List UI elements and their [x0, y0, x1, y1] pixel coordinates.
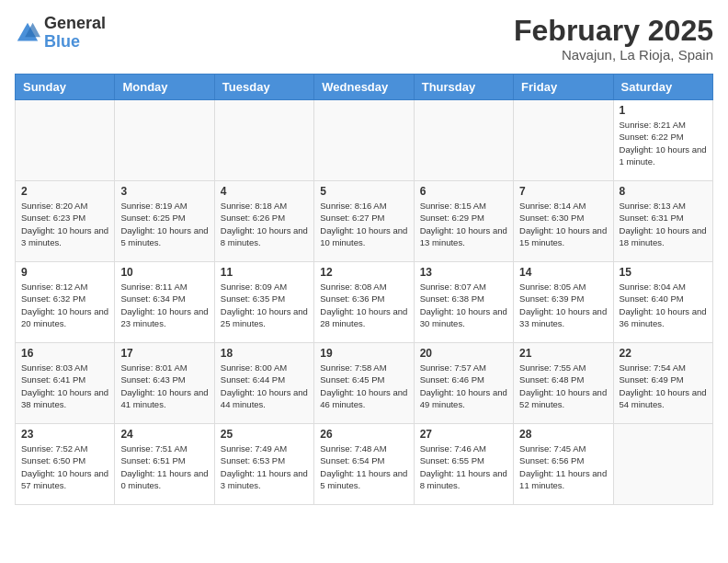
- day-number: 28: [519, 428, 607, 441]
- day-number: 12: [320, 266, 407, 279]
- day-info: Sunrise: 7:58 AMSunset: 6:45 PMDaylight:…: [320, 362, 407, 410]
- calendar-cell: 24Sunrise: 7:51 AMSunset: 6:51 PMDayligh…: [115, 424, 214, 505]
- calendar-cell: 2Sunrise: 8:20 AMSunset: 6:23 PMDaylight…: [16, 181, 115, 262]
- day-number: 8: [620, 185, 707, 198]
- calendar-cell: 20Sunrise: 7:57 AMSunset: 6:46 PMDayligh…: [414, 343, 513, 424]
- day-info: Sunrise: 7:54 AMSunset: 6:49 PMDaylight:…: [620, 362, 707, 410]
- calendar-cell: 9Sunrise: 8:12 AMSunset: 6:32 PMDaylight…: [16, 262, 115, 343]
- day-info: Sunrise: 7:51 AMSunset: 6:51 PMDaylight:…: [120, 442, 208, 491]
- calendar-week-3: 9Sunrise: 8:12 AMSunset: 6:32 PMDaylight…: [16, 262, 713, 343]
- calendar-table: SundayMondayTuesdayWednesdayThursdayFrid…: [15, 74, 713, 505]
- day-number: 20: [420, 347, 507, 360]
- day-number: 21: [519, 347, 607, 360]
- day-number: 25: [221, 428, 308, 441]
- day-info: Sunrise: 8:18 AMSunset: 6:26 PMDaylight:…: [221, 200, 308, 248]
- day-number: 18: [221, 347, 308, 360]
- day-number: 7: [519, 185, 607, 198]
- day-number: 11: [221, 266, 308, 279]
- location: Navajun, La Rioja, Spain: [514, 47, 713, 63]
- day-header-monday: Monday: [115, 75, 214, 100]
- day-number: 22: [620, 347, 707, 360]
- day-info: Sunrise: 7:49 AMSunset: 6:53 PMDaylight:…: [221, 442, 308, 491]
- logo-general: General: [44, 14, 106, 32]
- day-info: Sunrise: 8:13 AMSunset: 6:31 PMDaylight:…: [620, 200, 707, 248]
- day-number: 15: [620, 266, 707, 279]
- day-info: Sunrise: 8:12 AMSunset: 6:32 PMDaylight:…: [21, 281, 108, 329]
- day-header-wednesday: Wednesday: [314, 75, 414, 100]
- logo: General Blue: [15, 15, 106, 52]
- day-info: Sunrise: 8:20 AMSunset: 6:23 PMDaylight:…: [21, 200, 108, 248]
- day-info: Sunrise: 8:19 AMSunset: 6:25 PMDaylight:…: [120, 200, 208, 248]
- day-number: 6: [420, 185, 507, 198]
- day-number: 26: [320, 428, 407, 441]
- calendar-cell: 11Sunrise: 8:09 AMSunset: 6:35 PMDayligh…: [214, 262, 313, 343]
- calendar-cell: 28Sunrise: 7:45 AMSunset: 6:56 PMDayligh…: [514, 424, 613, 505]
- title-block: February 2025 Navajun, La Rioja, Spain: [514, 15, 713, 63]
- calendar-week-1: 1Sunrise: 8:21 AMSunset: 6:22 PMDaylight…: [16, 100, 713, 181]
- day-number: 4: [221, 185, 308, 198]
- logo-icon: [15, 20, 40, 46]
- calendar-cell: 14Sunrise: 8:05 AMSunset: 6:39 PMDayligh…: [514, 262, 613, 343]
- day-number: 13: [420, 266, 507, 279]
- calendar-cell: 12Sunrise: 8:08 AMSunset: 6:36 PMDayligh…: [314, 262, 414, 343]
- day-header-sunday: Sunday: [16, 75, 115, 100]
- day-number: 27: [420, 428, 507, 441]
- calendar-cell: 19Sunrise: 7:58 AMSunset: 6:45 PMDayligh…: [314, 343, 414, 424]
- day-number: 5: [320, 185, 407, 198]
- calendar-week-4: 16Sunrise: 8:03 AMSunset: 6:41 PMDayligh…: [16, 343, 713, 424]
- day-info: Sunrise: 7:45 AMSunset: 6:56 PMDaylight:…: [519, 442, 607, 491]
- calendar-cell: 16Sunrise: 8:03 AMSunset: 6:41 PMDayligh…: [16, 343, 115, 424]
- day-header-friday: Friday: [514, 75, 613, 100]
- day-info: Sunrise: 8:07 AMSunset: 6:38 PMDaylight:…: [420, 281, 507, 329]
- calendar-cell: [514, 100, 613, 181]
- day-info: Sunrise: 7:57 AMSunset: 6:46 PMDaylight:…: [420, 362, 507, 410]
- day-number: 17: [120, 347, 208, 360]
- day-number: 14: [519, 266, 607, 279]
- calendar-cell: 25Sunrise: 7:49 AMSunset: 6:53 PMDayligh…: [214, 424, 313, 505]
- calendar-cell: 3Sunrise: 8:19 AMSunset: 6:25 PMDaylight…: [115, 181, 214, 262]
- day-info: Sunrise: 8:16 AMSunset: 6:27 PMDaylight:…: [320, 200, 407, 248]
- calendar-cell: 27Sunrise: 7:46 AMSunset: 6:55 PMDayligh…: [414, 424, 513, 505]
- calendar-cell: 4Sunrise: 8:18 AMSunset: 6:26 PMDaylight…: [214, 181, 313, 262]
- day-info: Sunrise: 8:05 AMSunset: 6:39 PMDaylight:…: [519, 281, 607, 329]
- calendar-week-5: 23Sunrise: 7:52 AMSunset: 6:50 PMDayligh…: [16, 424, 713, 505]
- day-info: Sunrise: 8:03 AMSunset: 6:41 PMDaylight:…: [21, 362, 108, 410]
- calendar-cell: 8Sunrise: 8:13 AMSunset: 6:31 PMDaylight…: [613, 181, 712, 262]
- day-number: 3: [120, 185, 208, 198]
- calendar-week-2: 2Sunrise: 8:20 AMSunset: 6:23 PMDaylight…: [16, 181, 713, 262]
- calendar-cell: 21Sunrise: 7:55 AMSunset: 6:48 PMDayligh…: [514, 343, 613, 424]
- day-number: 1: [620, 104, 707, 117]
- day-number: 10: [120, 266, 208, 279]
- day-info: Sunrise: 7:52 AMSunset: 6:50 PMDaylight:…: [21, 442, 108, 491]
- calendar-cell: 10Sunrise: 8:11 AMSunset: 6:34 PMDayligh…: [115, 262, 214, 343]
- calendar-cell: [214, 100, 313, 181]
- day-header-thursday: Thursday: [414, 75, 513, 100]
- calendar-cell: [115, 100, 214, 181]
- calendar-cell: [314, 100, 414, 181]
- day-info: Sunrise: 8:21 AMSunset: 6:22 PMDaylight:…: [620, 119, 707, 167]
- day-number: 19: [320, 347, 407, 360]
- calendar-cell: [613, 424, 712, 505]
- day-header-saturday: Saturday: [613, 75, 712, 100]
- day-number: 23: [21, 428, 108, 441]
- day-info: Sunrise: 8:14 AMSunset: 6:30 PMDaylight:…: [519, 200, 607, 248]
- calendar-cell: [16, 100, 115, 181]
- day-info: Sunrise: 7:55 AMSunset: 6:48 PMDaylight:…: [519, 362, 607, 410]
- month-year: February 2025: [514, 15, 713, 47]
- day-header-tuesday: Tuesday: [214, 75, 313, 100]
- day-info: Sunrise: 8:11 AMSunset: 6:34 PMDaylight:…: [120, 281, 208, 329]
- day-number: 2: [21, 185, 108, 198]
- day-info: Sunrise: 7:48 AMSunset: 6:54 PMDaylight:…: [320, 442, 407, 491]
- logo-blue: Blue: [44, 32, 80, 51]
- calendar-cell: 26Sunrise: 7:48 AMSunset: 6:54 PMDayligh…: [314, 424, 414, 505]
- calendar-cell: 22Sunrise: 7:54 AMSunset: 6:49 PMDayligh…: [613, 343, 712, 424]
- day-info: Sunrise: 8:15 AMSunset: 6:29 PMDaylight:…: [420, 200, 507, 248]
- day-number: 24: [120, 428, 208, 441]
- calendar-cell: 6Sunrise: 8:15 AMSunset: 6:29 PMDaylight…: [414, 181, 513, 262]
- calendar-cell: 23Sunrise: 7:52 AMSunset: 6:50 PMDayligh…: [16, 424, 115, 505]
- day-info: Sunrise: 7:46 AMSunset: 6:55 PMDaylight:…: [420, 442, 507, 491]
- calendar-cell: 1Sunrise: 8:21 AMSunset: 6:22 PMDaylight…: [613, 100, 712, 181]
- calendar-cell: [414, 100, 513, 181]
- day-info: Sunrise: 8:00 AMSunset: 6:44 PMDaylight:…: [221, 362, 308, 410]
- calendar-cell: 13Sunrise: 8:07 AMSunset: 6:38 PMDayligh…: [414, 262, 513, 343]
